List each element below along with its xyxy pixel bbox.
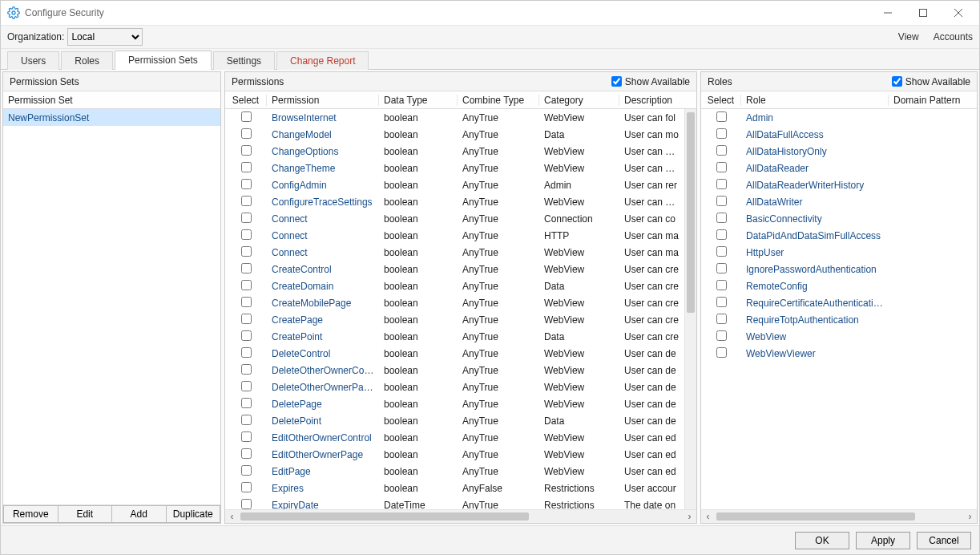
table-row[interactable]: Expires boolean AnyFalse Restrictions Us…: [225, 480, 684, 496]
tab-users[interactable]: Users: [7, 51, 59, 70]
row-select-checkbox[interactable]: [716, 297, 727, 307]
column-header-description[interactable]: Description: [619, 95, 696, 106]
table-row[interactable]: RemoteConfig: [701, 278, 977, 294]
horizontal-scrollbar[interactable]: ‹ ›: [701, 509, 977, 523]
table-row[interactable]: ChangeModel boolean AnyTrue Data User ca…: [225, 126, 684, 143]
remove-button[interactable]: Remove: [3, 505, 58, 523]
column-header-category[interactable]: Category: [539, 95, 619, 106]
row-select-checkbox[interactable]: [716, 128, 727, 139]
permission-sets-list[interactable]: NewPermissionSet: [3, 109, 220, 504]
table-row[interactable]: EditOtherOwnerPage boolean AnyTrue WebVi…: [225, 446, 684, 463]
table-row[interactable]: DeletePoint boolean AnyTrue Data User ca…: [225, 412, 684, 429]
row-select-checkbox[interactable]: [241, 229, 252, 240]
row-select-checkbox[interactable]: [241, 448, 252, 459]
vertical-scrollbar[interactable]: [684, 109, 696, 509]
row-select-checkbox[interactable]: [716, 246, 727, 257]
row-select-checkbox[interactable]: [241, 398, 252, 408]
row-select-checkbox[interactable]: [241, 128, 252, 139]
scroll-left-icon[interactable]: ‹: [701, 510, 715, 524]
table-row[interactable]: ConfigureTraceSettings boolean AnyTrue W…: [225, 193, 684, 210]
row-select-checkbox[interactable]: [241, 213, 252, 223]
row-select-checkbox[interactable]: [241, 263, 252, 273]
ok-button[interactable]: OK: [795, 532, 849, 549]
window-close-button[interactable]: [941, 2, 976, 24]
row-select-checkbox[interactable]: [241, 297, 252, 307]
horizontal-scrollbar[interactable]: ‹ ›: [225, 509, 696, 523]
column-header-permission-set[interactable]: Permission Set: [3, 95, 220, 106]
column-header-combine-type[interactable]: Combine Type: [458, 95, 539, 106]
row-select-checkbox[interactable]: [241, 162, 252, 172]
row-select-checkbox[interactable]: [241, 246, 252, 257]
row-select-checkbox[interactable]: [716, 179, 727, 189]
show-available-toggle[interactable]: Show Available: [611, 76, 690, 87]
table-row[interactable]: WebViewViewer: [701, 345, 977, 362]
row-select-checkbox[interactable]: [716, 196, 727, 206]
edit-button[interactable]: Edit: [58, 505, 112, 523]
tab-permission-sets[interactable]: Permission Sets: [115, 51, 212, 70]
show-available-checkbox[interactable]: [892, 76, 902, 87]
row-select-checkbox[interactable]: [241, 465, 252, 476]
row-select-checkbox[interactable]: [716, 263, 727, 273]
apply-button[interactable]: Apply: [856, 532, 910, 549]
table-row[interactable]: HttpUser: [701, 244, 977, 261]
table-row[interactable]: ChangeOptions boolean AnyTrue WebView Us…: [225, 143, 684, 160]
add-button[interactable]: Add: [111, 505, 166, 523]
row-select-checkbox[interactable]: [241, 499, 252, 509]
table-row[interactable]: BasicConnectivity: [701, 210, 977, 227]
table-row[interactable]: AllDataWriter: [701, 193, 977, 210]
row-select-checkbox[interactable]: [241, 314, 252, 324]
table-row[interactable]: CreateControl boolean AnyTrue WebView Us…: [225, 261, 684, 278]
list-item[interactable]: NewPermissionSet: [3, 109, 220, 126]
table-row[interactable]: DeleteOtherOwnerContr boolean AnyTrue We…: [225, 362, 684, 379]
tab-settings[interactable]: Settings: [213, 51, 275, 70]
table-row[interactable]: Connect boolean AnyTrue HTTP User can ma: [225, 227, 684, 244]
row-select-checkbox[interactable]: [716, 280, 727, 290]
organization-select[interactable]: Local: [67, 28, 143, 46]
row-select-checkbox[interactable]: [716, 213, 727, 223]
row-select-checkbox[interactable]: [241, 381, 252, 391]
column-header-role[interactable]: Role: [741, 95, 889, 106]
table-row[interactable]: ConfigAdmin boolean AnyTrue Admin User c…: [225, 176, 684, 193]
row-select-checkbox[interactable]: [241, 347, 252, 358]
duplicate-button[interactable]: Duplicate: [166, 505, 221, 523]
column-header-domain-pattern[interactable]: Domain Pattern: [889, 95, 977, 106]
table-row[interactable]: AllDataReaderWriterHistory: [701, 176, 977, 193]
permissions-list[interactable]: BrowseInternet boolean AnyTrue WebView U…: [225, 109, 696, 509]
table-row[interactable]: IgnorePasswordAuthentication: [701, 261, 977, 278]
row-select-checkbox[interactable]: [716, 229, 727, 240]
row-select-checkbox[interactable]: [241, 482, 252, 492]
table-row[interactable]: Connect boolean AnyTrue WebView User can…: [225, 244, 684, 261]
table-row[interactable]: Admin: [701, 109, 977, 126]
column-header-permission[interactable]: Permission: [267, 95, 379, 106]
accounts-link[interactable]: Accounts: [934, 31, 973, 43]
table-row[interactable]: DeletePage boolean AnyTrue WebView User …: [225, 395, 684, 412]
table-row[interactable]: DataPidAndDataSimFullAccess: [701, 227, 977, 244]
roles-list[interactable]: Admin AllDataFullAccess AllDataHistoryOn…: [701, 109, 977, 509]
table-row[interactable]: AllDataReader: [701, 160, 977, 176]
row-select-checkbox[interactable]: [716, 314, 727, 324]
row-select-checkbox[interactable]: [241, 364, 252, 375]
row-select-checkbox[interactable]: [241, 196, 252, 206]
table-row[interactable]: RequireCertificateAuthentication: [701, 294, 977, 311]
row-select-checkbox[interactable]: [716, 330, 727, 341]
tab-roles[interactable]: Roles: [61, 51, 113, 70]
row-select-checkbox[interactable]: [241, 415, 252, 425]
scroll-left-icon[interactable]: ‹: [225, 510, 239, 524]
row-select-checkbox[interactable]: [716, 111, 727, 122]
view-link[interactable]: View: [898, 31, 919, 43]
table-row[interactable]: CreatePoint boolean AnyTrue Data User ca…: [225, 328, 684, 345]
column-header-select[interactable]: Select: [701, 95, 741, 106]
table-row[interactable]: RequireTotpAuthentication: [701, 311, 977, 328]
show-available-checkbox[interactable]: [611, 76, 622, 87]
table-row[interactable]: ExpiryDate DateTime AnyTrue Restrictions…: [225, 496, 684, 509]
cancel-button[interactable]: Cancel: [917, 532, 971, 549]
column-header-data-type[interactable]: Data Type: [379, 95, 458, 106]
row-select-checkbox[interactable]: [241, 111, 252, 122]
table-row[interactable]: AllDataHistoryOnly: [701, 143, 977, 160]
table-row[interactable]: WebView: [701, 328, 977, 345]
table-row[interactable]: Connect boolean AnyTrue Connection User …: [225, 210, 684, 227]
table-row[interactable]: BrowseInternet boolean AnyTrue WebView U…: [225, 109, 684, 126]
table-row[interactable]: CreatePage boolean AnyTrue WebView User …: [225, 311, 684, 328]
table-row[interactable]: ChangeTheme boolean AnyTrue WebView User…: [225, 160, 684, 176]
row-select-checkbox[interactable]: [241, 330, 252, 341]
